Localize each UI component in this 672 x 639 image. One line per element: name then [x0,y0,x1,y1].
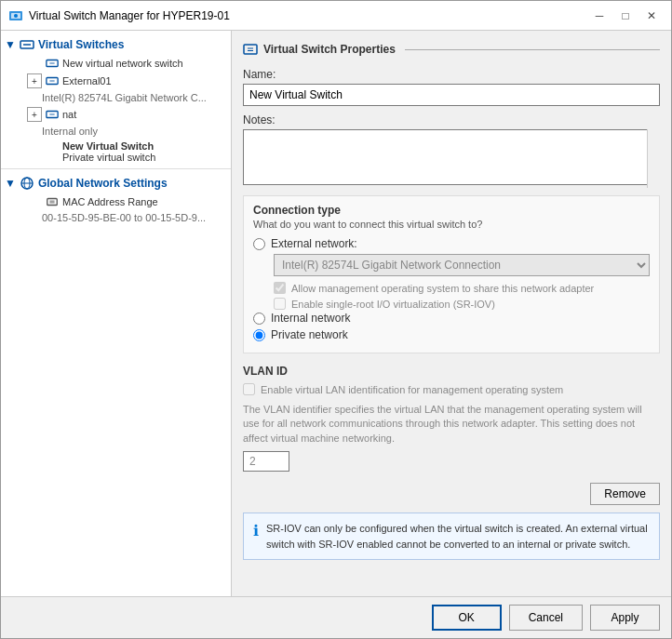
internal-radio[interactable] [253,313,265,325]
vlan-input[interactable] [243,451,289,472]
vlan-checkbox-row: Enable virtual LAN identification for ma… [243,381,660,397]
chevron-down-icon: ▼ [5,38,16,51]
external01-icon [46,74,59,87]
vlan-checkbox[interactable] [243,383,255,395]
content-area: ▼ Virtual Switches New virtual network s… [1,31,671,596]
new-virtual-switch-item[interactable]: New Virtual Switch Private virtual switc… [1,139,231,165]
title-text: Virtual Switch Manager for HYPER19-01 [29,9,230,22]
new-virtual-switch-sub: Private virtual switch [62,152,155,163]
global-network-settings-label: Global Network Settings [38,177,168,190]
notes-scrollbar[interactable] [647,129,660,188]
info-icon: ℹ [253,522,259,539]
virtual-switches-header[interactable]: ▼ Virtual Switches [1,34,231,55]
private-radio-label: Private network [271,328,348,341]
mac-address-range-sub: 00-15-5D-95-BE-00 to 00-15-5D-9... [1,210,231,225]
connection-type-desc: What do you want to connect this virtual… [253,219,650,230]
info-text: SR-IOV can only be configured when the v… [266,521,650,552]
new-switch-icon [46,145,59,158]
info-box: ℹ SR-IOV can only be configured when the… [243,513,660,560]
notes-field-group: Notes: [243,113,660,188]
window-controls: ─ □ ✕ [587,7,664,25]
nat-icon [46,108,59,121]
remove-btn-row: Remove [243,483,660,505]
name-input[interactable] [243,84,660,106]
chevron-down-icon2: ▼ [5,177,16,190]
remove-button[interactable]: Remove [590,483,660,505]
properties-icon [243,42,258,57]
nat-sub: Internal only [1,124,231,139]
vlan-checkbox-label: Enable virtual LAN identification for ma… [261,384,563,395]
mac-address-range-label: MAC Address Range [62,196,158,207]
network-dropdown-row: Intel(R) 82574L Gigabit Network Connecti… [274,254,650,276]
mac-address-icon [46,195,59,208]
bottom-bar: OK Cancel Apply [1,596,671,638]
name-label: Name: [243,68,660,81]
apply-button[interactable]: Apply [590,605,660,631]
new-virtual-network-switch-label: New virtual network switch [62,58,183,69]
svg-point-2 [14,14,18,18]
virtual-switches-label: Virtual Switches [38,38,124,51]
right-panel: Virtual Switch Properties Name: Notes: C… [232,31,671,596]
external01-sub: Intel(R) 82574L Gigabit Network C... [1,90,231,105]
sriov-label: Enable single-root I/O virtualization (S… [291,299,495,310]
mac-address-range-item[interactable]: MAC Address Range [1,193,231,210]
external01-expand[interactable]: + [27,73,42,88]
vlan-title: VLAN ID [243,365,660,378]
external-radio-label: External network: [271,237,357,250]
close-button[interactable]: ✕ [639,7,664,25]
left-panel: ▼ Virtual Switches New virtual network s… [1,31,232,596]
cancel-button[interactable]: Cancel [509,605,583,631]
allow-mgmt-row: Allow management operating system to sha… [253,280,650,296]
connection-type-section: Connection type What do you want to conn… [243,195,660,353]
external-radio-row: External network: [253,237,650,250]
global-network-icon [20,176,34,191]
network-dropdown[interactable]: Intel(R) 82574L Gigabit Network Connecti… [274,254,650,276]
ok-button[interactable]: OK [432,605,502,631]
sriov-checkbox[interactable] [274,298,286,310]
maximize-button[interactable]: □ [613,7,638,25]
private-radio-row: Private network [253,328,650,341]
notes-label: Notes: [243,113,660,126]
nat-item[interactable]: + nat [1,105,231,124]
vlan-description: The VLAN identifier specifies the virtua… [243,403,660,446]
nat-label: nat [62,109,76,120]
title-bar: Virtual Switch Manager for HYPER19-01 ─ … [1,1,671,31]
allow-mgmt-checkbox[interactable] [274,282,286,294]
svg-rect-16 [47,199,58,206]
minimize-button[interactable]: ─ [587,7,612,25]
vlan-section: VLAN ID Enable virtual LAN identificatio… [243,365,660,472]
name-field-group: Name: [243,68,660,106]
external-radio[interactable] [253,238,265,250]
internal-radio-label: Internal network [271,312,350,325]
nat-expand[interactable]: + [27,107,42,122]
external01-label: External01 [62,75,112,87]
section-title-text: Virtual Switch Properties [263,43,396,56]
new-virtual-network-switch-item[interactable]: New virtual network switch [1,55,231,72]
global-network-settings-header[interactable]: ▼ Global Network Settings [1,173,231,193]
svg-rect-19 [244,45,257,54]
internal-radio-row: Internal network [253,312,650,325]
allow-mgmt-label: Allow management operating system to sha… [291,283,594,294]
connection-type-title: Connection type [253,204,650,217]
new-virtual-switch-label: New Virtual Switch [62,140,155,152]
notes-input[interactable] [243,129,660,185]
section-title: Virtual Switch Properties [243,42,660,57]
main-window: Virtual Switch Manager for HYPER19-01 ─ … [0,0,672,639]
app-icon [8,8,23,23]
private-radio[interactable] [253,329,265,341]
external01-item[interactable]: + External01 [1,72,231,90]
virtual-switches-icon [20,37,34,52]
switch-icon [46,57,59,70]
sriov-row: Enable single-root I/O virtualization (S… [253,296,650,312]
